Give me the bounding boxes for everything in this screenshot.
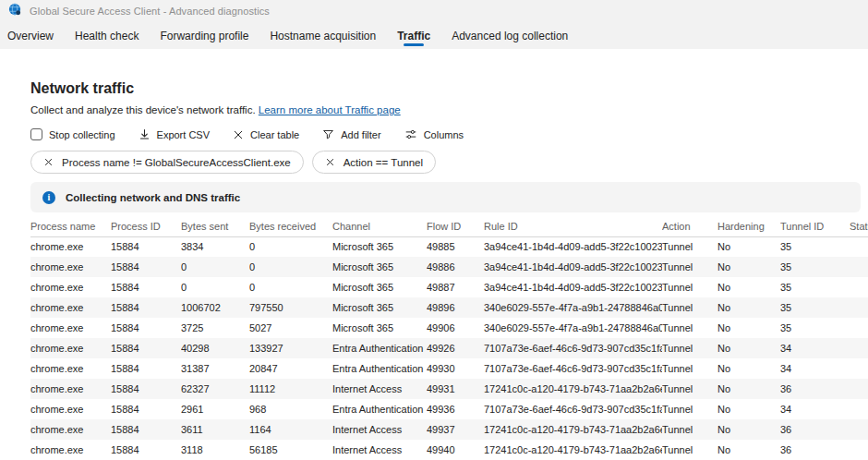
table-row[interactable]: chrome.exe158843138720847Entra Authentic… — [30, 358, 868, 379]
table-cell — [850, 419, 868, 440]
table-cell: 15884 — [111, 297, 181, 318]
table-cell: 15884 — [111, 379, 181, 399]
column-header[interactable]: Hardening — [717, 216, 780, 236]
table-cell: 34 — [780, 399, 850, 419]
table-cell: Entra Authentication — [332, 399, 427, 419]
table-cell: 35 — [780, 236, 850, 257]
table-row[interactable]: chrome.exe1588437255027Microsoft 3654990… — [30, 318, 868, 338]
table-cell: Tunnel — [662, 277, 717, 297]
table-cell: Internet Access — [332, 419, 427, 440]
table-cell: 7107a73e-6aef-46c6-9d73-907cd35c1faa — [484, 399, 662, 419]
table-cell — [850, 399, 868, 419]
table-row[interactable]: chrome.exe1588436111164Internet Access49… — [30, 419, 868, 440]
columns-label: Columns — [424, 129, 464, 140]
tab-overview[interactable]: Overview — [7, 22, 54, 49]
table-cell: No — [717, 419, 780, 440]
table-cell: 31387 — [181, 358, 249, 379]
table-cell: 49926 — [427, 338, 484, 358]
stop-collecting-toggle[interactable]: Stop collecting — [30, 128, 115, 140]
column-header[interactable]: Process ID — [111, 216, 181, 236]
table-row[interactable]: chrome.exe1588438340Microsoft 365498853a… — [30, 236, 868, 257]
tab-label: Hostname acquisition — [270, 30, 376, 42]
tab-traffic[interactable]: Traffic — [397, 22, 430, 49]
table-cell: Microsoft 365 — [332, 236, 427, 257]
table-cell: 3a94ce41-1b4d-4d09-add5-3f22c10023d6 — [484, 236, 662, 257]
column-header[interactable]: Bytes received — [249, 216, 332, 236]
table-row[interactable]: chrome.exe1588400Microsoft 365498873a94c… — [30, 277, 868, 297]
column-header[interactable]: Tunnel ID — [780, 216, 850, 236]
table-cell: 15884 — [111, 236, 181, 257]
table-cell: chrome.exe — [30, 338, 111, 358]
table-cell: 35 — [780, 297, 850, 318]
table-cell: Entra Authentication — [332, 358, 427, 379]
table-cell: chrome.exe — [30, 297, 111, 318]
column-header[interactable]: Channel — [332, 216, 427, 236]
table-cell: 3a94ce41-1b4d-4d09-add5-3f22c10023d6 — [484, 257, 662, 277]
table-cell: chrome.exe — [30, 277, 111, 297]
table-cell: 0 — [249, 257, 332, 277]
window-title: Global Secure Access Client - Advanced d… — [30, 6, 270, 17]
table-row[interactable]: chrome.exe158842961968Entra Authenticati… — [30, 399, 868, 419]
tab-advanced-log-collection[interactable]: Advanced log collection — [452, 22, 568, 49]
table-cell: 36 — [780, 379, 850, 399]
remove-filter-icon[interactable] — [325, 157, 335, 167]
tab-label: Health check — [75, 30, 139, 42]
table-cell: 34 — [780, 358, 850, 379]
table-header: Process nameProcess IDBytes sentBytes re… — [30, 216, 868, 236]
clear-table-label: Clear table — [250, 129, 299, 140]
table-cell: 56185 — [249, 440, 332, 460]
column-header[interactable]: Status — [850, 216, 868, 236]
table-cell: 3611 — [181, 419, 249, 440]
tab-hostname-acquisition[interactable]: Hostname acquisition — [270, 22, 376, 49]
table-row[interactable]: chrome.exe1588400Microsoft 365498863a94c… — [30, 257, 868, 277]
clear-table-button[interactable]: Clear table — [233, 129, 299, 140]
tab-forwarding-profile[interactable]: Forwarding profile — [160, 22, 248, 49]
table-cell: No — [717, 440, 780, 460]
filter-pill-process-name[interactable]: Process name != GlobalSecureAccessClient… — [30, 151, 304, 174]
column-header[interactable]: Rule ID — [484, 216, 662, 236]
columns-button[interactable]: Columns — [404, 128, 464, 140]
table-cell: chrome.exe — [30, 379, 111, 399]
checkbox-icon[interactable] — [30, 128, 42, 140]
column-header[interactable]: Process name — [30, 216, 111, 236]
table-cell: 15884 — [111, 399, 181, 419]
table-cell: chrome.exe — [30, 236, 111, 257]
table-cell: No — [717, 338, 780, 358]
filter-funnel-icon — [322, 128, 334, 140]
table-cell: 34 — [780, 338, 850, 358]
table-cell: Entra Authentication — [332, 338, 427, 358]
table-row[interactable]: chrome.exe1588440298133927Entra Authenti… — [30, 338, 868, 358]
column-header[interactable]: Flow ID — [427, 216, 484, 236]
table-cell: 49906 — [427, 318, 484, 338]
table-cell: Tunnel — [662, 318, 717, 338]
add-filter-button[interactable]: Add filter — [322, 128, 380, 140]
table-cell: 797550 — [249, 297, 332, 318]
learn-more-link[interactable]: Learn more about Traffic page — [259, 104, 401, 115]
table-row[interactable]: chrome.exe15884311856185Internet Access4… — [30, 440, 868, 460]
export-csv-button[interactable]: Export CSV — [139, 128, 210, 140]
column-header[interactable]: Action — [662, 216, 717, 236]
page-description: Collect and analyze this device's networ… — [30, 104, 868, 115]
filter-pill-action[interactable]: Action == Tunnel — [312, 151, 436, 174]
download-icon — [139, 128, 151, 140]
table-cell: Tunnel — [662, 440, 717, 460]
remove-filter-icon[interactable] — [43, 157, 54, 167]
table-cell: 49937 — [427, 419, 484, 440]
table-row[interactable]: chrome.exe158841006702797550Microsoft 36… — [30, 297, 868, 318]
add-filter-label: Add filter — [341, 129, 380, 140]
traffic-page: Network traffic Collect and analyze this… — [0, 80, 868, 460]
table-cell: 0 — [181, 277, 249, 297]
table-cell: No — [717, 399, 780, 419]
tab-health-check[interactable]: Health check — [75, 22, 139, 49]
table-row[interactable]: chrome.exe158846232711112Internet Access… — [30, 379, 868, 399]
table-cell: 49896 — [427, 297, 484, 318]
table-cell: Internet Access — [332, 379, 427, 399]
table-cell: 49930 — [427, 358, 484, 379]
table-cell: 15884 — [111, 358, 181, 379]
table-cell: Tunnel — [662, 358, 717, 379]
table-cell: 35 — [780, 277, 850, 297]
table-cell — [850, 277, 868, 297]
table-cell: 49885 — [427, 236, 484, 257]
table-cell: Tunnel — [662, 399, 717, 419]
column-header[interactable]: Bytes sent — [181, 216, 249, 236]
